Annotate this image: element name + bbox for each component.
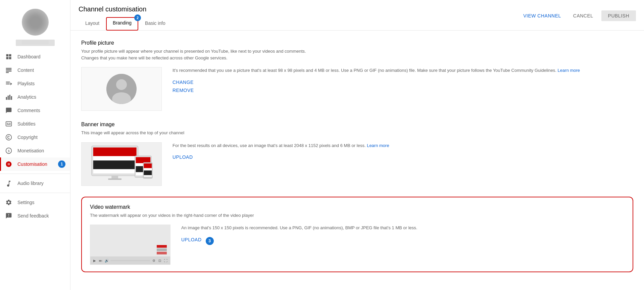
sidebar-item-label-content: Content (17, 67, 34, 73)
svg-rect-42 (144, 168, 152, 170)
topbar: Channel customisation Layout Branding 2 … (70, 0, 644, 31)
svg-rect-10 (6, 84, 10, 85)
watermark-info: An image that's 150 x 150 pixels is reco… (181, 225, 625, 245)
publish-button[interactable]: PUBLISH (601, 10, 636, 21)
svg-point-20 (6, 135, 12, 140)
tab-layout[interactable]: Layout (79, 17, 106, 30)
gear-icon: ⚙ (151, 258, 156, 263)
profile-picture-title: Profile picture (81, 40, 633, 46)
tab-branding[interactable]: Branding 2 (106, 17, 138, 31)
sidebar-item-copyright[interactable]: Copyright (0, 131, 70, 144)
playlists-icon (5, 80, 12, 87)
svg-rect-13 (8, 96, 9, 100)
sidebar-item-label-analytics: Analytics (17, 94, 36, 100)
sidebar-item-audio-library[interactable]: Audio library (0, 177, 70, 190)
sidebar-item-dashboard[interactable]: Dashboard (0, 50, 70, 63)
fullscreen-icon: ⛶ (163, 258, 168, 263)
view-channel-button[interactable]: VIEW CHANNEL (519, 10, 565, 21)
volume-icon: 🔊 (104, 258, 109, 263)
svg-rect-14 (9, 95, 10, 100)
svg-rect-1 (9, 54, 11, 57)
svg-rect-31 (93, 160, 137, 169)
topbar-left: Channel customisation Layout Branding 2 … (79, 5, 172, 30)
svg-rect-46 (157, 252, 167, 254)
svg-rect-43 (144, 170, 152, 175)
svg-rect-17 (7, 123, 8, 124)
progress-bar[interactable] (110, 260, 150, 261)
subtitles-icon (5, 120, 12, 127)
profile-picture-body: It's recommended that you use a picture … (81, 67, 633, 111)
profile-remove-button[interactable]: REMOVE (172, 88, 194, 93)
copyright-icon (5, 134, 12, 141)
banner-image-preview (81, 142, 162, 186)
monetisation-icon: $ (5, 147, 12, 154)
miniplayer-icon: ⊡ (157, 258, 162, 263)
sidebar-item-customisation[interactable]: Customisation 1 (0, 157, 70, 171)
svg-point-24 (116, 79, 127, 90)
banner-image-body: For the best results on all devices, use… (81, 142, 633, 186)
sidebar-item-send-feedback[interactable]: Send feedback (0, 209, 70, 223)
banner-image-info-text: For the best results on all devices, use… (172, 142, 633, 149)
feedback-icon (5, 212, 12, 219)
banner-learn-more-link[interactable]: Learn more (367, 143, 389, 148)
svg-rect-30 (93, 156, 137, 160)
cancel-button[interactable]: CANCEL (569, 10, 597, 21)
video-watermark-section: Video watermark The watermark will appea… (81, 197, 633, 273)
svg-rect-8 (6, 82, 10, 82)
profile-learn-more-link[interactable]: Learn more (558, 68, 580, 73)
svg-rect-19 (7, 124, 11, 125)
sidebar-item-label-audio-library: Audio library (17, 181, 44, 186)
sidebar-item-monetisation[interactable]: $ Monetisation (0, 144, 70, 157)
banner-image-title: Banner image (81, 122, 633, 128)
sidebar-item-comments[interactable]: Comments (0, 104, 70, 117)
player-controls: ▶ ⏭ 🔊 ⚙ ⊡ ⛶ (90, 256, 170, 264)
comments-icon (5, 107, 12, 114)
banner-image-info: For the best results on all devices, use… (172, 142, 633, 163)
sidebar-item-settings[interactable]: Settings (0, 196, 70, 209)
video-watermark-title: Video watermark (90, 204, 625, 210)
svg-rect-18 (9, 123, 11, 124)
sidebar-avatar-section (0, 3, 70, 50)
svg-rect-36 (136, 157, 151, 163)
content-icon (5, 67, 12, 74)
avatar (22, 9, 49, 36)
customisation-icon (5, 161, 12, 167)
page-title: Channel customisation (79, 5, 172, 13)
customisation-badge: 1 (58, 160, 65, 168)
audio-library-icon (5, 180, 12, 187)
sidebar-item-label-dashboard: Dashboard (17, 54, 41, 59)
sidebar-item-playlists[interactable]: Playlists (0, 77, 70, 90)
svg-rect-2 (6, 57, 9, 59)
sidebar-item-label-settings: Settings (17, 200, 35, 205)
svg-rect-4 (6, 68, 12, 69)
profile-change-button[interactable]: CHANGE (172, 80, 194, 85)
profile-picture-preview (81, 67, 162, 111)
tabs: Layout Branding 2 Basic info (79, 17, 172, 30)
tab-basic-info[interactable]: Basic info (138, 17, 172, 30)
watermark-preview: ▶ ⏭ 🔊 ⚙ ⊡ ⛶ (90, 225, 170, 265)
svg-rect-41 (144, 163, 152, 168)
svg-rect-7 (6, 72, 9, 73)
svg-rect-0 (6, 54, 9, 57)
watermark-info-text: An image that's 150 x 150 pixels is reco… (181, 225, 625, 232)
svg-rect-29 (93, 147, 137, 156)
sidebar-item-analytics[interactable]: Analytics (0, 90, 70, 104)
video-watermark-body: ▶ ⏭ 🔊 ⚙ ⊡ ⛶ An image that's 150 x 150 pi… (90, 225, 625, 265)
settings-icon (5, 199, 12, 206)
sidebar: Dashboard Content Playlists Analytics (0, 0, 70, 290)
svg-rect-5 (6, 69, 12, 70)
profile-picture-section: Profile picture Your profile picture wil… (81, 40, 633, 111)
main-content: Channel customisation Layout Branding 2 … (70, 0, 644, 290)
svg-rect-45 (157, 248, 167, 251)
banner-upload-button[interactable]: UPLOAD (172, 154, 193, 160)
content-area: Profile picture Your profile picture wil… (70, 31, 644, 290)
sidebar-item-subtitles[interactable]: Subtitles (0, 117, 70, 131)
watermark-upload-button[interactable]: UPLOAD (181, 237, 202, 242)
svg-rect-9 (6, 83, 10, 84)
sidebar-item-label-send-feedback: Send feedback (17, 213, 49, 219)
analytics-icon (5, 94, 12, 100)
channel-name (16, 40, 55, 46)
sidebar-item-label-customisation: Customisation (17, 161, 47, 167)
sidebar-item-content[interactable]: Content (0, 63, 70, 77)
next-icon: ⏭ (98, 258, 103, 263)
